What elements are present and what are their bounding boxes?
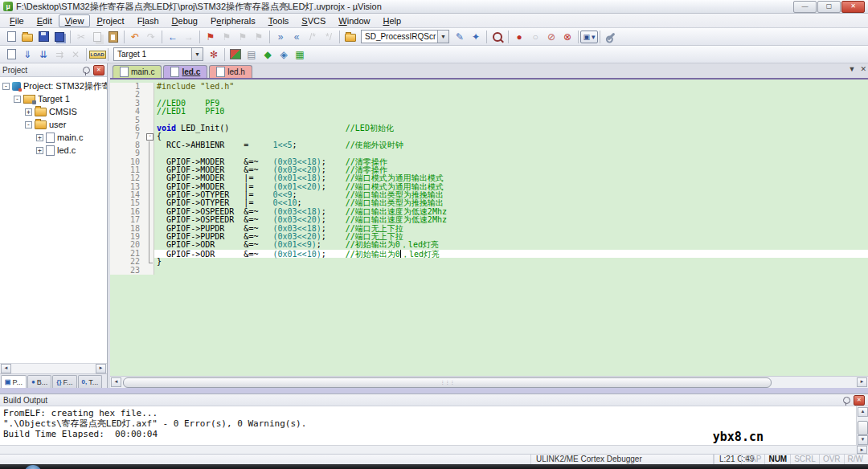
tree-item-user[interactable]: -user [0, 118, 107, 131]
code-line[interactable]: 4//LED1 PF10 [110, 108, 868, 116]
code-text[interactable]: GPIOF->ODR &=~ (0x01<<9); //初始输出为0，led灯亮 [154, 241, 868, 249]
tree-item-target-1[interactable]: -Target 1 [0, 92, 107, 105]
tree-expander-icon[interactable]: + [36, 147, 43, 154]
target-select[interactable]: Target 1▼ [113, 47, 203, 61]
build-output-hscrollbar[interactable]: ► [0, 445, 868, 454]
editor-hscroll-thumb[interactable] [123, 377, 772, 388]
tree-expander-icon[interactable]: - [2, 83, 10, 90]
code-text[interactable] [154, 267, 868, 275]
outdent-icon[interactable]: « [289, 30, 304, 43]
code-line[interactable]: 1#include "led.h" [110, 83, 868, 91]
manage-rte-icon[interactable]: ◆ [260, 47, 275, 61]
navigate-back-icon[interactable]: ← [166, 30, 180, 43]
fold-column[interactable]: - [145, 133, 154, 141]
build-icon[interactable]: ⇓ [20, 47, 35, 61]
menu-project[interactable]: Project [90, 14, 130, 27]
code-text[interactable]: GPIOF->ODR &=~ (0x01<<10); //初始输出为0，led灯… [154, 250, 868, 258]
open-file-icon[interactable] [20, 30, 35, 43]
code-text[interactable]: #include "led.h" [154, 83, 868, 91]
editor-hscrollbar[interactable]: ◄ ► [110, 376, 868, 388]
code-line[interactable]: 21 GPIOF->ODR &=~ (0x01<<10); //初始输出为0，l… [110, 250, 868, 258]
output-splitter[interactable] [0, 388, 868, 394]
pin-icon[interactable] [843, 397, 850, 404]
fold-collapse-icon[interactable]: - [146, 133, 154, 141]
menu-tools[interactable]: Tools [262, 14, 296, 27]
tab-main-c[interactable]: main.c [113, 65, 162, 78]
code-text[interactable]: RCC->AHB1ENR = 1<<5; //使能外设时钟 [154, 141, 868, 149]
tree-expander-icon[interactable]: - [14, 96, 21, 103]
enable-disable-breakpoint-icon[interactable]: ○ [528, 30, 542, 43]
code-text[interactable] [154, 91, 868, 99]
select-software-packs-icon[interactable]: ◈ [276, 47, 291, 61]
manage-project-items-icon[interactable] [228, 47, 243, 61]
scroll-right-icon[interactable]: ► [857, 377, 867, 387]
translate-file-icon[interactable] [4, 47, 18, 61]
code-line[interactable]: 20 GPIOF->ODR &=~ (0x01<<9); //初始输出为0，le… [110, 241, 868, 249]
tree-item-led-c[interactable]: +led.c [0, 144, 107, 157]
tree-item-project-stm32-[interactable]: -Project: STM32操作寄存器 [0, 80, 107, 92]
find-in-files-icon[interactable]: ✎ [452, 30, 467, 43]
code-line[interactable]: 2 [110, 91, 868, 99]
tree-item-cmsis[interactable]: +CMSIS [0, 105, 107, 118]
chevron-down-icon[interactable]: ▼ [437, 31, 448, 43]
download-icon[interactable]: LOAD [90, 47, 104, 61]
minimize-button[interactable]: — [793, 1, 817, 13]
code-line[interactable]: 6void LED_Init() //LED初始化 [110, 124, 868, 133]
find-icon[interactable] [490, 30, 505, 43]
scroll-left-icon[interactable]: ◄ [111, 377, 121, 387]
panel-tab-b[interactable]: ●B... [27, 375, 51, 388]
menu-edit[interactable]: Edit [31, 14, 59, 27]
code-text[interactable]: //LED0 PF9 [154, 100, 868, 108]
paste-icon[interactable] [106, 30, 121, 43]
options-for-target-icon[interactable]: ✻ [207, 47, 221, 61]
code-line[interactable]: 8 RCC->AHB1ENR = 1<<5; //使能外设时钟 [110, 141, 868, 149]
tree-expander-icon[interactable]: - [25, 121, 32, 128]
build-output-vscroll-thumb[interactable] [858, 421, 868, 435]
chevron-down-icon[interactable]: ▼ [191, 48, 203, 60]
project-panel-hscrollbar[interactable]: ◄ ► [0, 363, 107, 373]
undo-icon[interactable]: ↶ [128, 30, 142, 43]
pack-installer-icon[interactable]: ▦ [293, 47, 307, 61]
maximize-button[interactable]: ▢ [817, 1, 841, 13]
scroll-right-icon[interactable]: ► [96, 364, 106, 373]
scroll-up-icon[interactable]: ▲ [858, 407, 868, 417]
document-list-dropdown-icon[interactable]: ▼ [849, 65, 856, 73]
menu-help[interactable]: Help [376, 14, 407, 27]
file-extensions-icon[interactable]: ▤ [244, 47, 259, 61]
menu-svcs[interactable]: SVCS [295, 14, 332, 27]
menu-flash[interactable]: Flash [131, 14, 166, 27]
rebuild-icon[interactable]: ⇊ [36, 47, 51, 61]
save-icon[interactable] [36, 30, 51, 43]
tree-expander-icon[interactable]: + [36, 134, 43, 141]
tree-item-main-c[interactable]: +main.c [0, 131, 107, 144]
debug-windows-dropdown[interactable]: ▣▾ [582, 30, 596, 43]
build-output-vscrollbar[interactable]: ▲ ▼ [856, 406, 868, 446]
code-text[interactable]: } [154, 258, 868, 266]
project-panel-close-button[interactable]: ✕ [93, 65, 104, 75]
function-navigate-icon[interactable] [343, 30, 358, 43]
tab-led-c[interactable]: led.c [163, 65, 207, 78]
panel-tab-t[interactable]: 0,T... [78, 375, 103, 388]
configure-icon[interactable] [604, 30, 618, 43]
menu-file[interactable]: File [3, 14, 31, 27]
tab-led-h[interactable]: led.h [209, 65, 252, 78]
code-line[interactable]: 22} [110, 258, 868, 266]
close-button[interactable]: ✕ [841, 1, 865, 13]
panel-tab-f[interactable]: {}F... [52, 375, 76, 388]
menu-debug[interactable]: Debug [166, 14, 204, 27]
save-all-icon[interactable] [52, 30, 67, 43]
code-line[interactable]: 23 [110, 267, 868, 275]
incremental-find-icon[interactable]: ✦ [469, 30, 483, 43]
menu-window[interactable]: Window [332, 14, 376, 27]
new-file-icon[interactable] [4, 30, 18, 43]
toggle-breakpoint-icon[interactable]: ● [512, 30, 526, 43]
menu-peripherals[interactable]: Peripherals [204, 14, 262, 27]
scroll-down-icon[interactable]: ▼ [858, 435, 868, 445]
scroll-right-icon[interactable]: ► [857, 446, 867, 454]
code-text[interactable]: void LED_Init() //LED初始化 [154, 124, 868, 133]
disable-all-breakpoints-icon[interactable]: ⊘ [544, 30, 559, 43]
code-area[interactable]: 1#include "led.h"2 3//LED0 PF94//LED1 PF… [110, 80, 868, 376]
tree-expander-icon[interactable]: + [25, 108, 32, 116]
insert-bookmark-icon[interactable]: ⚑ [203, 30, 218, 43]
close-document-icon[interactable]: ✕ [860, 65, 866, 73]
